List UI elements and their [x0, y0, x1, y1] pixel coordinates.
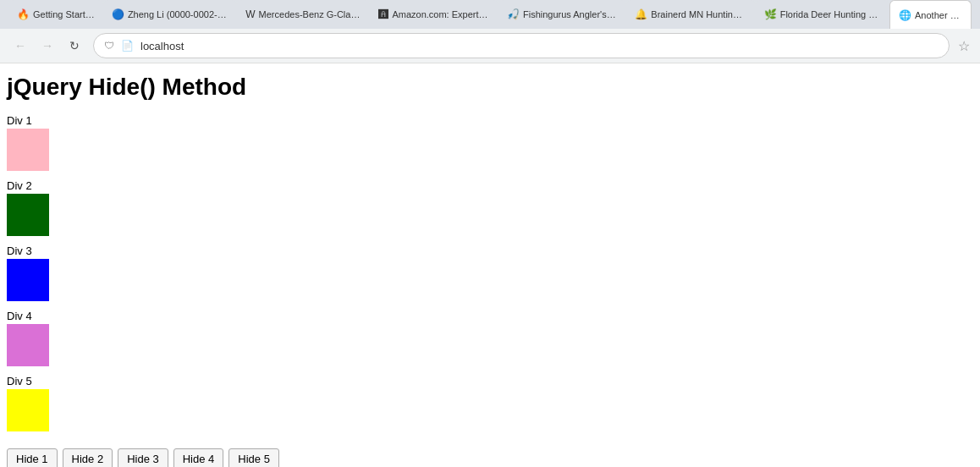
- tab-favicon: 🌐: [899, 9, 911, 21]
- tab-tab-5[interactable]: 🎣Fishingurus Angler's I...: [498, 0, 626, 29]
- colored-box-4: [7, 324, 49, 366]
- page-title: jQuery Hide() Method: [7, 74, 973, 101]
- bookmark-button[interactable]: ☆: [956, 36, 972, 56]
- browser-chrome: 🔥Getting Started🔵Zheng Li (0000-0002-3..…: [0, 0, 980, 63]
- tab-favicon: 🔥: [17, 8, 30, 20]
- div-block-3: Div 3: [7, 244, 973, 301]
- tab-label: Another res: [915, 10, 962, 20]
- div-block-2: Div 2: [7, 179, 973, 236]
- hide-button-2[interactable]: Hide 2: [63, 448, 113, 467]
- tab-favicon: 🎣: [507, 8, 520, 20]
- divs-container: Div 1Div 2Div 3Div 4Div 5: [7, 114, 973, 431]
- tabs-bar: 🔥Getting Started🔵Zheng Li (0000-0002-3..…: [0, 0, 980, 29]
- div-block-1: Div 1: [7, 114, 973, 171]
- tab-favicon: 🅰: [378, 8, 388, 20]
- tab-label: Mercedes-Benz G-Clas...: [259, 9, 362, 19]
- buttons-row: Hide 1Hide 2Hide 3Hide 4Hide 5: [7, 448, 973, 467]
- reload-button[interactable]: ↻: [63, 34, 86, 58]
- tab-label: Brainerd MN Hunting ...: [651, 9, 746, 19]
- div-label-2: Div 2: [7, 179, 973, 192]
- back-button[interactable]: ←: [8, 34, 32, 58]
- tab-tab-8[interactable]: 🌐Another res: [889, 0, 972, 29]
- tab-favicon: W: [245, 8, 255, 20]
- tab-label: Amazon.com: ExpertP...: [392, 9, 490, 19]
- tab-label: Fishingurus Angler's I...: [523, 9, 618, 19]
- nav-buttons: ← → ↻: [8, 34, 86, 58]
- colored-box-2: [7, 194, 49, 236]
- colored-box-5: [7, 389, 49, 431]
- page-content: jQuery Hide() Method Div 1Div 2Div 3Div …: [0, 63, 980, 467]
- hide-button-5[interactable]: Hide 5: [228, 448, 279, 467]
- tab-label: Zheng Li (0000-0002-3...: [128, 9, 228, 19]
- tab-favicon: 🔵: [112, 8, 124, 20]
- page-icon: 📄: [121, 40, 134, 52]
- div-label-3: Div 3: [7, 244, 973, 257]
- div-label-5: Div 5: [7, 375, 973, 387]
- address-bar[interactable]: 🛡 📄 localhost: [93, 33, 950, 58]
- address-text: localhost: [140, 40, 939, 52]
- tab-favicon: 🌿: [764, 8, 777, 20]
- browser-toolbar: ← → ↻ 🛡 📄 localhost ☆: [0, 29, 980, 63]
- tab-label: Getting Started: [33, 9, 95, 19]
- tab-tab-4[interactable]: 🅰Amazon.com: ExpertP...: [370, 0, 498, 29]
- tab-tab-2[interactable]: 🔵Zheng Li (0000-0002-3...: [103, 0, 237, 29]
- shield-icon: 🛡: [104, 40, 114, 52]
- tab-tab-1[interactable]: 🔥Getting Started: [8, 0, 103, 29]
- tab-label: Florida Deer Hunting S...: [780, 9, 881, 19]
- hide-button-3[interactable]: Hide 3: [118, 448, 168, 467]
- hide-button-1[interactable]: Hide 1: [7, 448, 58, 467]
- colored-box-3: [7, 259, 49, 301]
- div-label-1: Div 1: [7, 114, 973, 127]
- hide-button-4[interactable]: Hide 4: [173, 448, 224, 467]
- tab-tab-6[interactable]: 🔔Brainerd MN Hunting ...: [626, 0, 755, 29]
- tab-tab-3[interactable]: WMercedes-Benz G-Clas...: [237, 0, 370, 29]
- div-block-5: Div 5: [7, 375, 973, 431]
- tab-favicon: 🔔: [635, 8, 647, 20]
- forward-button[interactable]: →: [36, 34, 59, 58]
- colored-box-1: [7, 129, 49, 171]
- tab-tab-7[interactable]: 🌿Florida Deer Hunting S...: [756, 0, 889, 29]
- div-block-4: Div 4: [7, 310, 973, 366]
- div-label-4: Div 4: [7, 310, 973, 322]
